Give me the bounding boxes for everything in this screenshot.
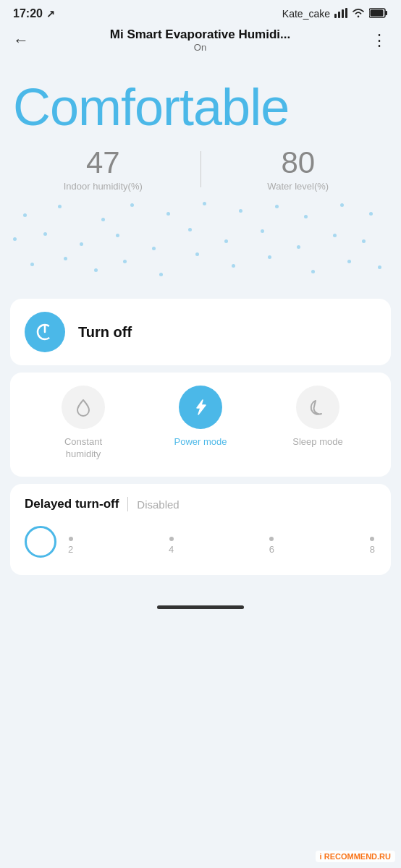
indoor-humidity-stat: 47 Indoor humidity(%) [13,146,193,192]
bottom-bar [0,597,401,615]
power-label: Turn off [78,324,132,341]
device-status: On [32,42,368,53]
top-nav: ← Mi Smart Evaporative Humidi... On ⋮ [0,25,401,59]
svg-rect-6 [371,9,384,16]
svg-rect-5 [385,11,387,15]
delay-title: Delayed turn-off [25,497,119,511]
tick-label-0: 2 [68,544,73,555]
power-button[interactable] [25,312,65,352]
tick-dot-1 [169,537,174,541]
tick-0: 2 [68,537,73,555]
watermark: i RECOMMEND.RU [316,851,395,862]
slider-right: 2 4 6 8 [67,529,376,555]
mode-power[interactable]: Power mode [168,386,233,448]
indoor-humidity-value: 47 [13,146,193,179]
tick-dot-2 [269,537,274,541]
main-content: Comfortable 47 Indoor humidity(%) 80 Wat… [0,59,401,597]
constant-humidity-label: Constanthumidity [64,436,102,461]
page-title: Mi Smart Evaporative Humidi... [32,27,368,42]
slider-container: 2 4 6 8 [25,526,376,558]
tick-label-3: 8 [370,544,375,555]
water-level-label: Water level(%) [208,181,389,192]
status-bar: 17:20 ↗ Kate_cake [0,0,401,25]
delay-header: Delayed turn-off Disabled [25,497,376,511]
back-button[interactable]: ← [10,28,32,53]
constant-humidity-icon-wrap [62,386,105,429]
water-level-stat: 80 Water level(%) [208,146,389,192]
indoor-humidity-label: Indoor humidity(%) [13,181,193,192]
battery-icon [369,8,388,20]
slider-ticks: 2 4 6 8 [67,537,376,555]
water-level-value: 80 [208,146,389,179]
tick-3: 8 [370,537,375,555]
sleep-mode-icon-wrap [296,386,339,429]
tick-dot-0 [69,537,73,541]
slider-handle[interactable] [25,526,56,558]
mode-card: Constanthumidity Power mode Sleep [10,373,391,477]
signal-icon [334,8,347,20]
power-card: Turn off [10,299,391,365]
comfort-label-area: Comfortable [0,59,401,136]
status-time: 17:20 ↗ [13,7,55,20]
wifi-icon [352,8,365,20]
svg-rect-3 [345,8,347,18]
delay-header-divider [127,497,128,511]
delay-card: Delayed turn-off Disabled 2 4 [10,484,391,575]
dot-visualization [0,197,401,292]
time-label: 17:20 [13,7,43,20]
nav-title-block: Mi Smart Evaporative Humidi... On [32,27,368,53]
tick-dot-3 [370,537,374,541]
tick-label-2: 6 [269,544,274,555]
power-mode-label: Power mode [174,436,227,448]
mode-sleep[interactable]: Sleep mode [285,386,350,448]
svg-rect-1 [338,12,340,18]
mode-row: Constanthumidity Power mode Sleep [25,386,376,461]
mode-constant-humidity[interactable]: Constanthumidity [51,386,116,461]
comfort-status: Comfortable [13,79,388,136]
sleep-mode-label: Sleep mode [292,436,342,448]
power-row: Turn off [25,312,376,352]
delay-status: Disabled [137,498,179,511]
home-indicator [157,605,244,609]
svg-rect-0 [334,14,337,18]
more-button[interactable]: ⋮ [368,28,391,53]
stats-divider [200,151,201,187]
tick-2: 6 [269,537,274,555]
svg-rect-2 [342,9,344,18]
location-icon: ↗ [46,8,55,20]
tick-label-1: 4 [169,544,174,555]
username-label: Kate_cake [282,8,330,20]
power-mode-icon-wrap [179,386,222,429]
status-right: Kate_cake [282,8,388,20]
stats-row: 47 Indoor humidity(%) 80 Water level(%) [0,136,401,197]
tick-1: 4 [169,537,174,555]
